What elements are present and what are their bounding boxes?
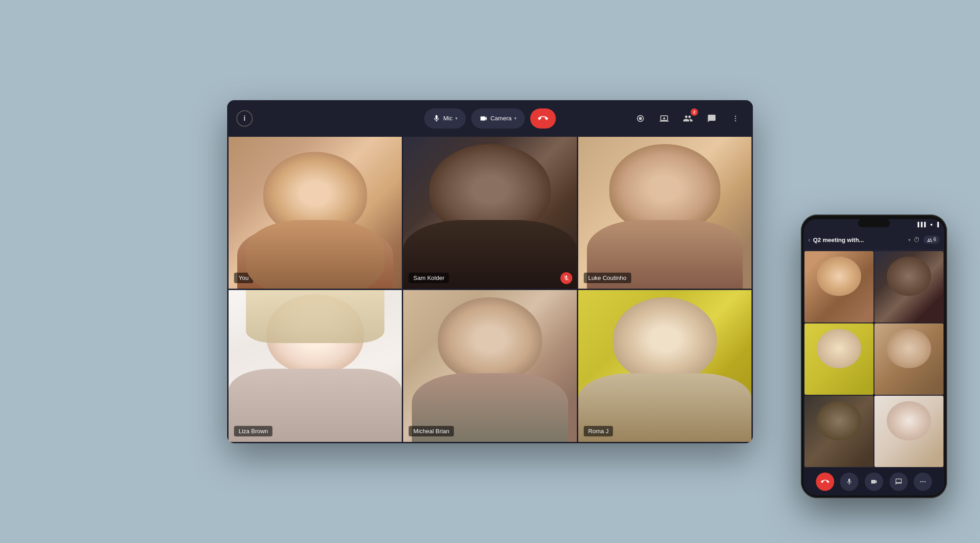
- phone-cell-4: [874, 323, 943, 395]
- video-grid: You Sam Kolder Luke Coutinho: [227, 137, 753, 443]
- svg-point-5: [920, 481, 921, 482]
- video-cell-liza: Liza Brown: [229, 290, 402, 442]
- phone-cell-1: [804, 251, 873, 323]
- info-icon: i: [244, 114, 245, 123]
- label-liza: Liza Brown: [234, 426, 272, 436]
- mic-icon: [432, 114, 441, 123]
- camera-chevron: ▾: [514, 116, 517, 121]
- participants-badge: 2: [691, 108, 698, 116]
- video-cell-luke: Luke Coutinho: [578, 137, 751, 289]
- end-call-icon: [538, 113, 548, 124]
- back-button[interactable]: ‹: [808, 236, 810, 243]
- mic-chevron: ▾: [455, 116, 458, 121]
- battery-icon: ▐: [936, 222, 939, 227]
- desktop-toolbar: i Mic ▾ Camera ▾: [227, 100, 753, 137]
- mic-button[interactable]: Mic ▾: [424, 108, 466, 129]
- toolbar-center: Mic ▾ Camera ▾: [424, 108, 556, 129]
- label-roma: Roma J: [584, 426, 613, 436]
- phone-end-call-button[interactable]: [816, 473, 834, 491]
- label-luke: Luke Coutinho: [584, 273, 631, 283]
- label-you: You: [234, 273, 253, 283]
- record-icon: [636, 114, 645, 123]
- phone-cell-3: [804, 323, 873, 395]
- phone-video-grid: [804, 250, 944, 468]
- video-cell-roma: Roma J: [578, 290, 751, 442]
- phone-cell-6: [874, 396, 943, 467]
- info-button[interactable]: i: [236, 110, 253, 127]
- mic-label: Mic: [443, 115, 453, 122]
- video-cell-micheal: Micheal Brian: [403, 290, 576, 442]
- signal-icon: ▌▌▌: [918, 222, 927, 227]
- label-sam: Sam Kolder: [409, 273, 449, 283]
- muted-icon-sam: [560, 272, 572, 284]
- phone-screen: ▌▌▌ ● ▐ ‹ Q2 meeting with... ▾ ⏱ 6: [804, 219, 944, 495]
- svg-rect-4: [735, 120, 736, 121]
- participants-button[interactable]: 2: [680, 110, 696, 127]
- wifi-icon: ●: [930, 222, 933, 227]
- phone-toolbar: [804, 468, 944, 495]
- dropdown-icon[interactable]: ▾: [908, 237, 911, 242]
- svg-rect-3: [735, 115, 736, 117]
- chat-button[interactable]: [703, 110, 720, 127]
- desktop-app: i Mic ▾ Camera ▾: [227, 100, 753, 443]
- label-micheal: Micheal Brian: [409, 426, 454, 436]
- camera-label: Camera: [490, 115, 511, 122]
- scene: i Mic ▾ Camera ▾: [33, 32, 947, 512]
- record-button[interactable]: [632, 110, 649, 127]
- phone-participants-count: 6: [923, 236, 940, 243]
- more-button[interactable]: [727, 110, 744, 127]
- more-icon: [731, 114, 740, 123]
- chat-icon: [707, 114, 716, 123]
- phone-chat-button[interactable]: [889, 473, 908, 491]
- phone-camera-button[interactable]: [865, 473, 883, 491]
- video-cell-sam: Sam Kolder: [403, 137, 576, 289]
- phone: ▌▌▌ ● ▐ ‹ Q2 meeting with... ▾ ⏱ 6: [801, 215, 947, 498]
- svg-rect-2: [735, 118, 736, 119]
- phone-header-icons: ⏱ 6: [913, 236, 940, 243]
- toolbar-left: i: [236, 110, 253, 127]
- phone-notch: [858, 219, 890, 227]
- phone-timer-icon: ⏱: [913, 236, 920, 243]
- camera-icon: [479, 114, 488, 123]
- svg-point-7: [925, 481, 926, 482]
- phone-cell-5: [804, 396, 873, 467]
- phone-mic-button[interactable]: [840, 473, 858, 491]
- phone-wrap: ▌▌▌ ● ▐ ‹ Q2 meeting with... ▾ ⏱ 6: [801, 215, 947, 498]
- phone-title: Q2 meeting with...: [813, 237, 905, 243]
- screen-share-button[interactable]: [656, 110, 672, 127]
- end-call-button[interactable]: [530, 108, 556, 129]
- toolbar-right: 2: [632, 110, 744, 127]
- svg-point-1: [639, 117, 642, 120]
- video-cell-you: You: [229, 137, 402, 289]
- phone-more-button[interactable]: [914, 473, 932, 491]
- screen-share-icon: [660, 114, 669, 123]
- phone-cell-2: [874, 251, 943, 323]
- phone-header: ‹ Q2 meeting with... ▾ ⏱ 6: [804, 230, 944, 250]
- camera-button[interactable]: Camera ▾: [471, 108, 525, 129]
- svg-point-6: [922, 481, 924, 482]
